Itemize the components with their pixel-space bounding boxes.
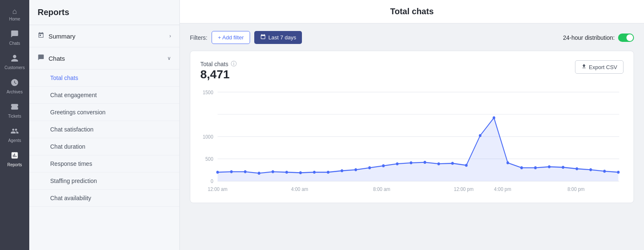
svg-point-18 [313, 171, 316, 174]
chart-card-header: Total chats ⓘ 8,471 Export CSV [200, 60, 624, 85]
sidebar-section-chats: Chats ∨ Total chats Chat engagement Gree… [29, 47, 179, 207]
svg-point-16 [285, 171, 288, 174]
sidebar-section-summary-left: Summary [38, 32, 75, 40]
customers-icon [10, 54, 19, 64]
chart-title-section: Total chats ⓘ 8,471 [200, 60, 237, 85]
sidebar-title: Reports [29, 0, 179, 25]
nav-label-home: Home [9, 17, 20, 21]
svg-point-19 [327, 171, 330, 174]
date-range-button[interactable]: Last 7 days [254, 31, 302, 44]
sidebar-summary-label: Summary [49, 33, 75, 40]
nav-label-agents: Agents [8, 138, 21, 143]
export-csv-button[interactable]: Export CSV [575, 60, 624, 74]
chat-section-icon [38, 54, 44, 62]
svg-point-20 [341, 169, 343, 172]
date-range-label: Last 7 days [268, 34, 296, 41]
svg-point-21 [355, 168, 357, 171]
svg-point-17 [299, 171, 302, 174]
svg-point-13 [244, 170, 246, 173]
info-icon: ⓘ [231, 60, 237, 68]
svg-text:8:00 pm: 8:00 pm [567, 186, 585, 192]
svg-text:4:00 pm: 4:00 pm [494, 186, 511, 192]
svg-text:1000: 1000 [203, 134, 213, 140]
sidebar-section-summary: Summary › [29, 25, 179, 47]
sidebar-item-total-chats[interactable]: Total chats [29, 70, 179, 87]
distribution-toggle-container: 24-hour distribution: [563, 34, 634, 42]
sidebar-chats-subitems: Total chats Chat engagement Greetings co… [29, 70, 179, 207]
nav-item-reports[interactable]: Reports [0, 147, 29, 171]
nav-label-chats: Chats [9, 41, 20, 46]
chart-svg-container: 1500 1000 500 0 [200, 87, 624, 196]
svg-point-35 [548, 165, 550, 168]
svg-point-38 [589, 168, 592, 171]
nav-label-tickets: Tickets [8, 114, 21, 119]
svg-text:8:00 am: 8:00 am [373, 186, 390, 192]
chart-value: 8,471 [200, 68, 237, 81]
svg-point-15 [271, 170, 274, 173]
svg-point-32 [506, 161, 509, 164]
download-icon [581, 64, 587, 70]
main-content: Total chats Filters: + Add filter Last 7… [180, 0, 644, 250]
svg-text:500: 500 [205, 156, 213, 162]
svg-point-36 [562, 166, 564, 169]
sidebar-chats-label: Chats [49, 55, 65, 62]
calendar-btn-icon [260, 34, 266, 41]
sidebar-section-chats-header[interactable]: Chats ∨ [29, 47, 179, 70]
svg-point-12 [230, 170, 233, 173]
nav-item-archives[interactable]: Archives [0, 74, 29, 98]
distribution-label: 24-hour distribution: [563, 34, 615, 41]
svg-point-39 [603, 170, 606, 173]
toggle-knob [626, 34, 633, 41]
svg-point-26 [424, 161, 426, 164]
sidebar-item-chat-satisfaction[interactable]: Chat satisfaction [29, 121, 179, 138]
chats-icon [10, 30, 19, 39]
page-title: Total chats [338, 7, 485, 16]
chevron-down-icon: ∨ [167, 55, 171, 61]
nav-item-customers[interactable]: Customers [0, 50, 29, 74]
svg-text:0: 0 [211, 178, 214, 185]
svg-point-11 [216, 171, 219, 174]
nav-item-chats[interactable]: Chats [0, 26, 29, 50]
chart-title-text: Total chats [200, 61, 228, 67]
nav-item-agents[interactable]: Agents [0, 123, 29, 147]
sidebar-item-greetings-conversion[interactable]: Greetings conversion [29, 104, 179, 121]
svg-text:4:00 am: 4:00 am [291, 186, 308, 192]
sidebar-item-chat-engagement[interactable]: Chat engagement [29, 87, 179, 104]
sidebar-item-response-times[interactable]: Response times [29, 155, 179, 173]
nav-label-archives: Archives [7, 90, 23, 94]
calendar-icon [38, 32, 44, 40]
filter-bar: Filters: + Add filter Last 7 days 24-hou… [190, 31, 634, 44]
svg-point-34 [534, 166, 537, 169]
tickets-icon [10, 103, 19, 112]
svg-point-30 [479, 134, 481, 137]
nav-item-home[interactable]: ⌂ Home [0, 3, 29, 26]
sidebar-item-chat-availability[interactable]: Chat availability [29, 190, 179, 207]
export-label: Export CSV [589, 64, 617, 70]
sidebar-section-summary-header[interactable]: Summary › [29, 25, 179, 47]
sidebar: Reports Summary › Chats ∨ Tot [29, 0, 180, 250]
svg-point-22 [368, 166, 371, 169]
home-icon: ⌂ [13, 8, 17, 15]
chart-card: Total chats ⓘ 8,471 Export CSV [190, 51, 634, 203]
distribution-toggle-switch[interactable] [618, 34, 634, 42]
svg-point-23 [382, 164, 385, 167]
sidebar-section-chats-left: Chats [38, 54, 65, 62]
nav-label-customers: Customers [5, 65, 25, 70]
nav-label-reports: Reports [7, 162, 22, 167]
sidebar-item-staffing-prediction[interactable]: Staffing prediction [29, 173, 179, 190]
archives-icon [10, 78, 19, 88]
svg-text:12:00 pm: 12:00 pm [454, 186, 473, 192]
svg-point-31 [493, 116, 495, 119]
svg-point-28 [451, 162, 454, 165]
nav-item-tickets[interactable]: Tickets [0, 98, 29, 123]
main-header: Total chats [180, 0, 644, 23]
svg-point-29 [465, 164, 468, 167]
sidebar-item-chat-duration[interactable]: Chat duration [29, 138, 179, 155]
svg-point-37 [575, 167, 578, 170]
reports-icon [10, 151, 19, 161]
add-filter-button[interactable]: + Add filter [212, 31, 250, 44]
svg-text:12:00 am: 12:00 am [208, 186, 227, 192]
main-body: Filters: + Add filter Last 7 days 24-hou… [180, 23, 644, 250]
svg-point-27 [437, 162, 440, 165]
svg-point-14 [258, 172, 260, 175]
